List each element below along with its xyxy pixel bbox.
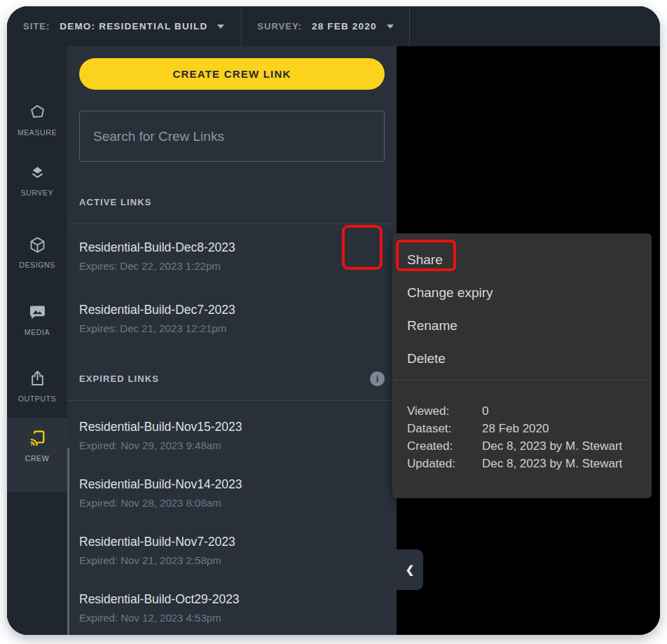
active-links-header-row: ACTIVE LINKS bbox=[79, 194, 385, 210]
layers-icon bbox=[28, 163, 47, 182]
crew-link-item[interactable]: Residential-Build-Nov15-2023 Expired: No… bbox=[79, 420, 385, 452]
crew-link-item[interactable]: Residential-Build-Nov14-2023 Expired: No… bbox=[79, 477, 385, 509]
crew-link-expiry: Expired: Nov 28, 2023 8:08am bbox=[79, 497, 385, 509]
expired-links-header-row: EXPIRED LINKS i bbox=[79, 371, 385, 386]
site-value: DEMO: RESIDENTIAL BUILD bbox=[60, 21, 207, 32]
topbar-divider bbox=[409, 6, 410, 46]
sidebar-item-designs[interactable]: DESIGNS bbox=[7, 235, 67, 269]
sidebar-item-label: SURVEY bbox=[7, 189, 67, 197]
detail-value: Dec 8, 2023 by M. Stewart bbox=[482, 439, 622, 453]
sidebar-item-label: MEASURE bbox=[7, 128, 67, 137]
crew-link-item[interactable]: Residential-Build-Nov7-2023 Expired: Nov… bbox=[79, 535, 385, 567]
sidebar-item-outputs[interactable]: OUTPUTS bbox=[7, 369, 67, 403]
measure-polygon-icon bbox=[28, 103, 47, 122]
detail-label: Viewed: bbox=[407, 404, 482, 418]
menu-item-share[interactable]: Share bbox=[392, 243, 652, 276]
screenshot-stage: SITE: DEMO: RESIDENTIAL BUILD SURVEY: 28… bbox=[0, 0, 667, 644]
crew-link-expiry: Expired: Nov 12, 2023 4:53pm bbox=[79, 612, 385, 624]
sidebar-item-label: CREW bbox=[7, 454, 67, 463]
survey-value: 28 FEB 2020 bbox=[312, 21, 377, 32]
crew-link-expiry: Expired: Nov 21, 2023 2:58pm bbox=[79, 554, 385, 567]
chevron-left-icon: ❮ bbox=[406, 563, 415, 576]
detail-label: Created: bbox=[407, 439, 482, 453]
crew-panel: CREATE CREW LINK ACTIVE LINKS Residentia… bbox=[67, 46, 397, 635]
cube-icon bbox=[28, 235, 47, 254]
site-label: SITE: bbox=[23, 21, 50, 32]
sidebar-item-label: MEDIA bbox=[7, 328, 67, 336]
detail-value: Dec 8, 2023 by M. Stewart bbox=[482, 457, 622, 471]
crew-link-item[interactable]: Residential-Build-Dec7-2023 Expires: Dec… bbox=[79, 303, 385, 335]
topbar-divider bbox=[241, 6, 242, 46]
panel-scrollbar[interactable] bbox=[67, 448, 69, 635]
sidebar-item-survey[interactable]: SURVEY bbox=[7, 163, 67, 197]
cast-icon bbox=[28, 429, 47, 448]
crew-link-item[interactable]: Residential-Build-Oct29-2023 Expired: No… bbox=[79, 592, 385, 624]
chevron-down-icon bbox=[387, 25, 394, 29]
create-crew-link-button[interactable]: CREATE CREW LINK bbox=[79, 58, 385, 90]
menu-item-delete[interactable]: Delete bbox=[392, 342, 652, 375]
crew-link-item[interactable]: Residential-Build-Dec8-2023 Expires: Dec… bbox=[79, 240, 385, 273]
site-selector[interactable]: SITE: DEMO: RESIDENTIAL BUILD bbox=[23, 21, 224, 32]
expired-links-heading: EXPIRED LINKS bbox=[79, 374, 159, 384]
info-icon[interactable]: i bbox=[370, 371, 385, 386]
export-icon bbox=[28, 369, 47, 388]
detail-row-viewed: Viewed: 0 bbox=[407, 402, 652, 420]
top-bar: SITE: DEMO: RESIDENTIAL BUILD SURVEY: 28… bbox=[7, 6, 660, 46]
sidebar-nav: MEASURE SURVEY DESIGNS MEDIA OUTPUTS CRE bbox=[7, 46, 67, 635]
sidebar-item-label: DESIGNS bbox=[7, 261, 67, 269]
app-window: SITE: DEMO: RESIDENTIAL BUILD SURVEY: 28… bbox=[7, 6, 660, 635]
detail-value: 28 Feb 2020 bbox=[482, 422, 549, 436]
survey-selector[interactable]: SURVEY: 28 FEB 2020 bbox=[257, 21, 393, 32]
detail-row-dataset: Dataset: 28 Feb 2020 bbox=[407, 420, 652, 437]
crew-link-name: Residential-Build-Nov7-2023 bbox=[79, 535, 385, 549]
sidebar-item-crew[interactable]: CREW bbox=[7, 429, 67, 463]
sidebar-item-label: OUTPUTS bbox=[7, 395, 67, 403]
detail-label: Updated: bbox=[407, 457, 482, 471]
sidebar-item-measure[interactable]: MEASURE bbox=[7, 103, 67, 137]
crew-link-expiry: Expired: Nov 29, 2023 9:48am bbox=[79, 439, 385, 452]
crew-link-expiry: Expires: Dec 22, 2023 1:22pm bbox=[79, 260, 385, 273]
crew-link-context-menu: Share Change expiry Rename Delete Viewed… bbox=[392, 233, 652, 498]
detail-row-created: Created: Dec 8, 2023 by M. Stewart bbox=[407, 437, 652, 455]
section-divider bbox=[67, 400, 397, 401]
crew-link-name: Residential-Build-Oct29-2023 bbox=[79, 592, 385, 607]
chevron-down-icon bbox=[217, 25, 224, 29]
crew-link-name: Residential-Build-Dec7-2023 bbox=[79, 303, 385, 317]
photo-bubble-icon bbox=[28, 303, 47, 322]
crew-link-name: Residential-Build-Dec8-2023 bbox=[79, 240, 385, 255]
panel-collapse-button[interactable]: ❮ bbox=[397, 549, 423, 590]
survey-label: SURVEY: bbox=[257, 21, 302, 32]
detail-label: Dataset: bbox=[407, 422, 482, 436]
active-links-heading: ACTIVE LINKS bbox=[79, 197, 151, 207]
link-details: Viewed: 0 Dataset: 28 Feb 2020 Created: … bbox=[392, 381, 652, 472]
menu-item-change-expiry[interactable]: Change expiry bbox=[392, 276, 652, 309]
menu-item-rename[interactable]: Rename bbox=[392, 309, 652, 342]
detail-row-updated: Updated: Dec 8, 2023 by M. Stewart bbox=[407, 455, 652, 472]
crew-link-name: Residential-Build-Nov15-2023 bbox=[79, 420, 385, 434]
section-divider bbox=[67, 224, 397, 224]
detail-value: 0 bbox=[482, 404, 488, 418]
crew-link-expiry: Expires: Dec 21, 2023 12:21pm bbox=[79, 322, 385, 335]
crew-link-name: Residential-Build-Nov14-2023 bbox=[79, 477, 385, 492]
crew-links-search-input[interactable] bbox=[79, 111, 385, 162]
sidebar-item-media[interactable]: MEDIA bbox=[7, 303, 67, 336]
